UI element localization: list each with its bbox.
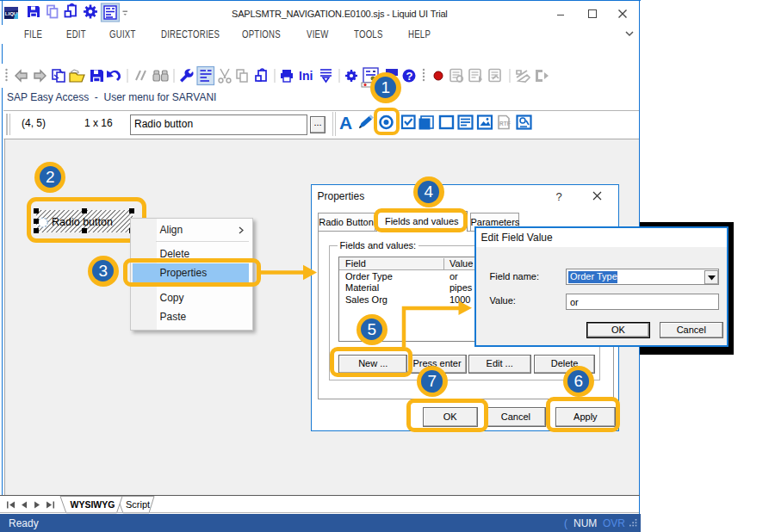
svg-text:RTF: RTF <box>499 121 511 127</box>
svg-text:WYSIWYG: WYSIWYG <box>71 500 115 510</box>
svg-text:Script: Script <box>126 499 150 510</box>
svg-text:Ini: Ini <box>299 69 313 83</box>
svg-text:LIQUID: LIQUID <box>5 11 23 16</box>
svg-text:?: ? <box>406 70 413 83</box>
svg-text:A: A <box>339 113 352 133</box>
